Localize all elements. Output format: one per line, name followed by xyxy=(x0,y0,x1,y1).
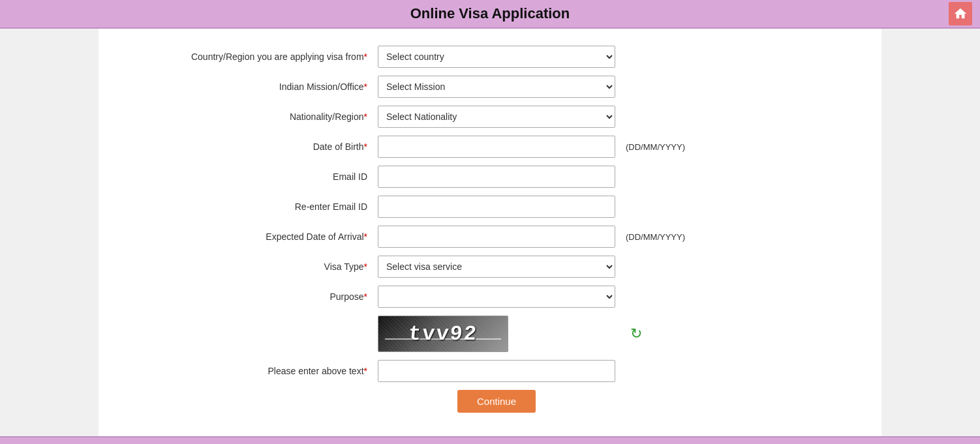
dob-row: Date of Birth* (DD/MM/YYYY) xyxy=(125,132,855,162)
purpose-input-cell xyxy=(373,282,620,312)
nationality-select[interactable]: Select Nationality xyxy=(378,106,615,128)
captcha-cell: tvv92 xyxy=(373,312,620,356)
email-input[interactable] xyxy=(378,166,615,188)
visatype-row: Visa Type* Select visa service xyxy=(125,252,855,282)
mission-row: Indian Mission/Office* Select Mission xyxy=(125,72,855,102)
reemail-row: Re-enter Email ID xyxy=(125,192,855,222)
nationality-row: Nationality/Region* Select Nationality xyxy=(125,102,855,132)
top-header: Online Visa Application xyxy=(0,0,980,29)
visatype-input-cell: Select visa service xyxy=(373,252,620,282)
mission-select[interactable]: Select Mission xyxy=(378,76,615,98)
dob-label: Date of Birth* xyxy=(125,132,373,162)
continue-row: Continue xyxy=(125,386,855,417)
captcha-refresh-cell: ↻ xyxy=(620,312,855,356)
reemail-input[interactable] xyxy=(378,196,615,218)
captcha-row: tvv92 ↻ xyxy=(125,312,855,356)
dob-required: * xyxy=(364,141,367,152)
arrival-label: Expected Date of Arrival* xyxy=(125,222,373,252)
visatype-required: * xyxy=(364,261,367,272)
arrival-input[interactable] xyxy=(378,226,615,248)
nationality-input-cell: Select Nationality xyxy=(373,102,620,132)
arrival-required: * xyxy=(364,231,367,242)
dob-input-cell xyxy=(373,132,620,162)
main-content: Country/Region you are applying visa fro… xyxy=(99,29,881,436)
visatype-label: Visa Type* xyxy=(125,252,373,282)
captcha-entry-label: Please enter above text* xyxy=(125,356,373,386)
bottom-header: Online Visa Application xyxy=(0,436,980,444)
captcha-input-cell xyxy=(373,356,620,386)
captcha-text: tvv92 xyxy=(407,322,478,346)
reemail-label: Re-enter Email ID xyxy=(125,192,373,222)
mission-label: Indian Mission/Office* xyxy=(125,72,373,102)
country-required: * xyxy=(364,52,367,62)
captcha-container: tvv92 xyxy=(378,316,615,352)
purpose-select[interactable] xyxy=(378,286,615,308)
captcha-entry-row: Please enter above text* xyxy=(125,356,855,386)
purpose-label: Purpose* xyxy=(125,282,373,312)
continue-button[interactable]: Continue xyxy=(457,390,536,413)
captcha-image: tvv92 xyxy=(378,316,508,352)
form-table: Country/Region you are applying visa fro… xyxy=(125,42,855,417)
captcha-input[interactable] xyxy=(378,360,615,382)
nationality-label: Nationality/Region* xyxy=(125,102,373,132)
arrival-row: Expected Date of Arrival* (DD/MM/YYYY) xyxy=(125,222,855,252)
country-input-cell: Select country xyxy=(373,42,620,72)
arrival-input-cell xyxy=(373,222,620,252)
visatype-select[interactable]: Select visa service xyxy=(378,256,615,278)
dob-input[interactable] xyxy=(378,136,615,158)
captcha-required: * xyxy=(364,366,367,376)
mission-input-cell: Select Mission xyxy=(373,72,620,102)
email-input-cell xyxy=(373,162,620,192)
dob-hint: (DD/MM/YYYY) xyxy=(620,132,855,162)
reemail-input-cell xyxy=(373,192,620,222)
purpose-row: Purpose* xyxy=(125,282,855,312)
country-select[interactable]: Select country xyxy=(378,46,615,68)
email-label: Email ID xyxy=(125,162,373,192)
country-label: Country/Region you are applying visa fro… xyxy=(125,42,373,72)
continue-cell: Continue xyxy=(373,386,620,417)
home-icon[interactable] xyxy=(949,2,972,25)
refresh-icon[interactable]: ↻ xyxy=(626,323,647,344)
email-row: Email ID xyxy=(125,162,855,192)
purpose-required: * xyxy=(364,291,367,302)
nationality-required: * xyxy=(364,111,367,122)
mission-required: * xyxy=(364,81,367,92)
arrival-hint: (DD/MM/YYYY) xyxy=(620,222,855,252)
page-title: Online Visa Application xyxy=(0,5,980,22)
country-row: Country/Region you are applying visa fro… xyxy=(125,42,855,72)
